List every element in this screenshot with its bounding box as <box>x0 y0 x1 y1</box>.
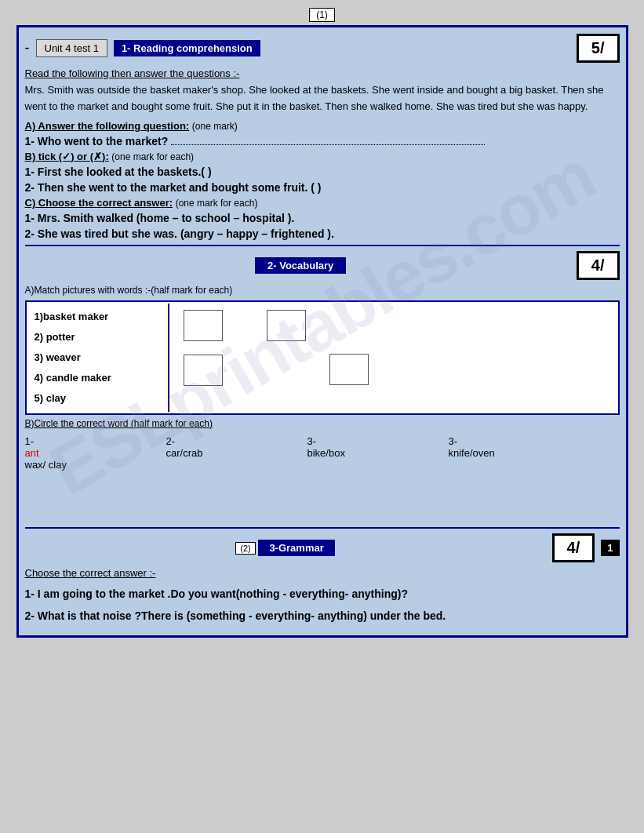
circle-item-3: 3- bike/box <box>307 435 402 459</box>
choose-instruction: Choose the correct answer :- <box>25 567 620 579</box>
sectionA-mark: (one mark) <box>192 121 238 132</box>
vocab-section: 2- Vocabulary 4/ A)Match pictures with w… <box>25 251 620 415</box>
b2-question: 2- Then she went to the market and bough… <box>25 181 620 194</box>
b1-question: 1- First she looked at the baskets.( ) <box>25 166 620 178</box>
section1-title: 1- Reading comprehension <box>114 40 260 56</box>
circle-section: B)Circle the correct word (half mark for… <box>25 418 620 471</box>
reading-score-box: 5/ <box>577 34 620 63</box>
sectionC-mark: (one mark for each) <box>176 198 258 209</box>
header-dash: - <box>25 40 30 56</box>
circle-options-4: knife/oven <box>449 447 543 459</box>
spacer <box>25 475 620 522</box>
grammar-header: (2) 3-Grammar 4/ 1 <box>25 533 620 562</box>
sectionB-mark: (one mark for each) <box>111 151 194 162</box>
picture-row-1 <box>177 307 610 344</box>
grammar-page-num: (2) <box>235 542 255 555</box>
page-number-top: (1) <box>16 8 628 22</box>
match-words-col: 1)basket maker 2) potter 3) weaver 4) ca… <box>28 304 169 412</box>
circle-options-2: car/crab <box>166 447 260 459</box>
picture-box-spacer <box>323 351 375 391</box>
grammar-divider <box>25 527 620 529</box>
circle-row: 1- ant wax/ clay 2- car/crab 3- bike/box… <box>25 435 620 471</box>
page-number-box: (1) <box>309 8 335 22</box>
grammar-q1: 1- I am going to the market .Do you want… <box>25 585 620 602</box>
circle-number-1: 1- <box>25 435 119 447</box>
word-item-3: 3) weaver <box>35 347 162 368</box>
word-item-5: 5) clay <box>35 388 162 409</box>
circle-item-4: 3- knife/oven <box>449 435 543 459</box>
section-divider <box>25 245 620 246</box>
header-row: - Unit 4 test 1 1- Reading comprehension… <box>25 34 620 63</box>
circle-options-3: bike/box <box>307 447 402 459</box>
q1-label: 1- Who went to the market? <box>25 135 620 147</box>
matchA-label: A)Match pictures with words :-(half mark… <box>25 285 620 296</box>
circle-answer-1: ant <box>25 447 119 459</box>
circle-instruction: B)Circle the correct word (half mark for… <box>25 418 620 429</box>
grammar-corner-num: 1 <box>601 540 619 556</box>
picture-box-4 <box>329 354 369 385</box>
word-item-4: 4) candle maker <box>35 368 162 388</box>
picture-row-2 <box>177 351 610 391</box>
sectionA-label: A) Answer the following question: <box>25 120 190 132</box>
circle-options-1: wax/ clay <box>25 459 119 471</box>
picture-box-3 <box>184 355 223 386</box>
unit-label: Unit 4 test 1 <box>36 39 107 57</box>
sectionC-label: C) Choose the correct answer: <box>25 197 173 209</box>
circle-item-1: 1- ant wax/ clay <box>25 435 119 471</box>
word-item-1: 1)basket maker <box>35 307 162 327</box>
circle-number-2: 2- <box>166 435 260 447</box>
picture-box-2 <box>267 310 306 341</box>
vocab-header: 2- Vocabulary 4/ <box>25 251 620 280</box>
c2-question: 2- She was tired but she was. (angry – h… <box>25 227 620 240</box>
circle-number-3: 3- <box>307 435 402 447</box>
vocab-score-box: 4/ <box>577 251 620 280</box>
match-table: 1)basket maker 2) potter 3) weaver 4) ca… <box>25 300 620 415</box>
circle-item-2: 2- car/crab <box>166 435 260 459</box>
grammar-title-center: (2) 3-Grammar <box>25 540 546 556</box>
vocab-title: 2- Vocabulary <box>255 257 346 274</box>
reading-text: Mrs. Smith was outside the basket maker'… <box>25 82 620 115</box>
word-item-2: 2) potter <box>35 327 162 347</box>
c1-question: 1- Mrs. Smith walked (home – to school –… <box>25 212 620 224</box>
grammar-q2: 2- What is that noise ?There is (somethi… <box>25 607 620 624</box>
grammar-section: (2) 3-Grammar 4/ 1 Choose the correct an… <box>25 533 620 625</box>
grammar-score-box: 4/ <box>552 533 595 562</box>
match-pictures-col <box>171 304 617 412</box>
circle-number-4: 3- <box>449 435 543 447</box>
vocab-title-center: 2- Vocabulary <box>25 257 577 274</box>
answer-line <box>171 144 485 145</box>
main-container: - Unit 4 test 1 1- Reading comprehension… <box>16 25 628 638</box>
reading-instruction: Read the following then answer the quest… <box>25 67 620 79</box>
picture-box-1 <box>184 310 223 341</box>
grammar-title: 3-Grammar <box>258 540 334 556</box>
page-wrapper: ESLprintables.com (1) - Unit 4 test 1 1-… <box>16 8 628 638</box>
sectionB-label: B) tick (✓) or (✗): <box>25 151 109 162</box>
